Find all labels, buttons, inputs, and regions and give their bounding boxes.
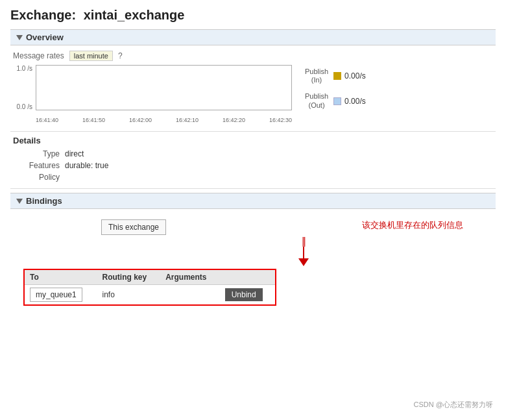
exchange-name: xintai_exchange	[84, 8, 185, 22]
overview-label: Overview	[26, 32, 64, 42]
binding-to-cell: my_queue1	[25, 285, 97, 305]
arrow-container: ||	[10, 236, 496, 266]
binding-row: my_queue1 info Unbind	[25, 285, 275, 305]
policy-key: Policy	[13, 173, 65, 182]
legend-color-value-out: 0.00/s	[333, 97, 366, 106]
page-title: Exchange: xintai_exchange	[10, 8, 496, 23]
features-value: durable: true	[65, 161, 493, 170]
divider-2	[10, 188, 496, 189]
question-mark-icon[interactable]: ?	[118, 51, 123, 60]
legend-item-publish-in: Publish (In) 0.00/s	[305, 68, 366, 84]
unbind-button[interactable]: Unbind	[225, 288, 263, 301]
binding-routing-key-cell: info	[97, 285, 161, 305]
legend-item-publish-out: Publish (Out) 0.00/s	[305, 92, 366, 109]
chart-area: 1.0 /s 0.0 /s 16:41:40 16:41:50 16:42:00…	[10, 65, 496, 123]
exchange-prefix: Exchange:	[10, 8, 76, 22]
col-to: To	[25, 270, 97, 285]
type-key: Type	[13, 149, 65, 158]
policy-value	[65, 173, 493, 182]
arrow-head	[298, 258, 309, 266]
col-arguments: Arguments	[160, 270, 219, 285]
chart-x-labels: 16:41:40 16:41:50 16:42:00 16:42:10 16:4…	[36, 117, 292, 123]
details-title: Details	[13, 136, 493, 145]
bindings-table-wrapper: To Routing key Arguments my_queue1	[23, 269, 276, 306]
routing-key-value: info	[102, 290, 115, 299]
details-table: Type direct Features durable: true Polic…	[13, 149, 493, 182]
page-container: Exchange: xintai_exchange Overview Messa…	[0, 0, 506, 322]
x-label-0: 16:41:40	[36, 117, 58, 123]
divider-1	[10, 131, 496, 132]
chart-legend: Publish (In) 0.00/s Publish (Out) 0.00/s	[305, 68, 366, 110]
binding-action-cell: Unbind	[220, 285, 275, 305]
chart-box: 1.0 /s 0.0 /s 16:41:40 16:41:50 16:42:00…	[13, 65, 292, 123]
x-label-5: 16:42:30	[269, 117, 292, 123]
queue-name: my_queue1	[30, 288, 82, 302]
this-exchange-btn-area: This exchange	[10, 214, 496, 235]
chart-y-min: 0.0 /s	[13, 103, 32, 110]
last-minute-badge[interactable]: last minute	[69, 51, 113, 61]
legend-value-in: 0.00/s	[344, 71, 366, 80]
x-label-4: 16:42:20	[223, 117, 245, 123]
chart-y-labels: 1.0 /s 0.0 /s	[13, 65, 32, 110]
bindings-table: To Routing key Arguments my_queue1	[25, 270, 275, 304]
chart-inner	[36, 65, 292, 110]
details-section: Details Type direct Features durable: tr…	[10, 136, 496, 182]
x-label-2: 16:42:00	[129, 117, 152, 123]
watermark: CSDN @心态还需努力呀	[414, 400, 493, 410]
x-label-1: 16:41:50	[82, 117, 105, 123]
legend-color-in	[333, 72, 341, 80]
x-label-3: 16:42:10	[176, 117, 199, 123]
overview-section-header: Overview	[10, 29, 496, 45]
legend-publish-in-line1: Publish	[305, 68, 328, 76]
features-key: Features	[13, 161, 65, 170]
bindings-label: Bindings	[26, 196, 62, 206]
arrow-shaft	[303, 247, 304, 258]
message-rates-label: Message rates	[13, 51, 64, 60]
legend-value-out: 0.00/s	[344, 97, 366, 106]
legend-label-publish-out: Publish (Out)	[305, 92, 328, 109]
overview-triangle-icon	[16, 35, 23, 40]
col-routing-key: Routing key	[97, 270, 161, 285]
type-value: direct	[65, 149, 493, 158]
binding-arguments-cell	[160, 285, 219, 305]
message-rates-row: Message rates last minute ?	[10, 51, 496, 61]
bindings-triangle-icon	[16, 199, 23, 204]
bindings-content: 该交换机里存在的队列信息 This exchange || To Routing…	[10, 214, 496, 314]
legend-color-out	[333, 97, 341, 105]
this-exchange-button[interactable]: This exchange	[101, 219, 166, 235]
legend-publish-in-line2: (In)	[305, 76, 328, 84]
bindings-section-header: Bindings	[10, 193, 496, 209]
bindings-table-container: To Routing key Arguments my_queue1	[10, 269, 496, 314]
legend-publish-out-line2: (Out)	[305, 101, 328, 110]
legend-color-value-in: 0.00/s	[333, 71, 366, 80]
arrow-double-bar: ||	[302, 236, 304, 247]
col-action	[220, 270, 275, 285]
chart-y-max: 1.0 /s	[13, 65, 32, 72]
legend-publish-out-line1: Publish	[305, 92, 328, 101]
legend-label-publish-in: Publish (In)	[305, 68, 328, 84]
